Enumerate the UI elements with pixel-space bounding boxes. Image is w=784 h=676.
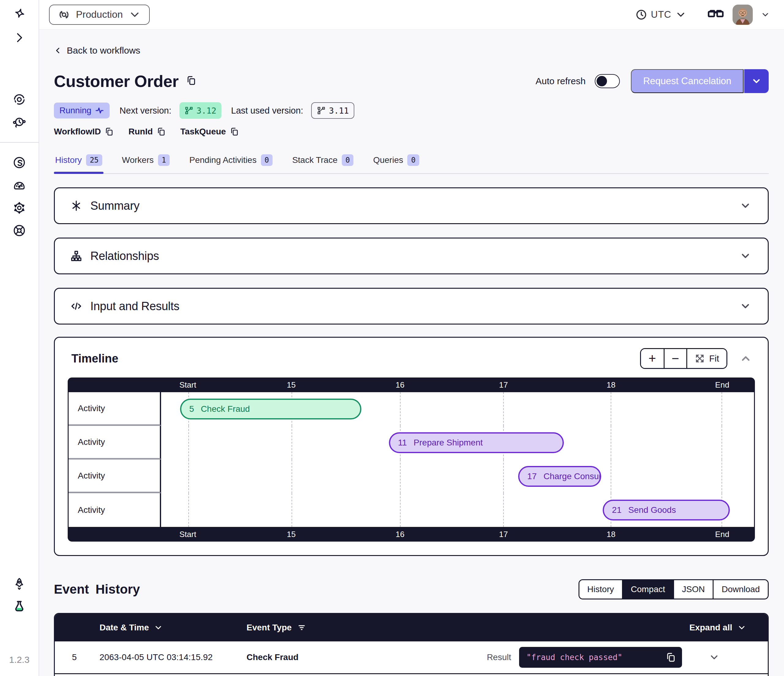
timeline-row-chart: 11 Prepare Shipment (161, 426, 754, 460)
schedules-icon[interactable] (0, 111, 39, 134)
git-branch-icon (184, 106, 194, 115)
tab-workers[interactable]: Workers 1 (121, 151, 171, 173)
timeline-gridline (722, 426, 722, 460)
account-menu-chevron-icon[interactable] (761, 10, 770, 19)
timeline-gridline (188, 460, 189, 493)
timeline-gantt: Start15161718End Activity 5 Check Fraud … (68, 378, 755, 542)
app-root: 1.2.3 Production UTC (0, 0, 784, 676)
avatar[interactable] (733, 5, 753, 25)
mode-json[interactable]: JSON (673, 580, 713, 598)
timeline-card: Timeline + − Fit (54, 337, 769, 556)
expand-event-icon[interactable] (709, 652, 720, 663)
rocket-icon[interactable] (0, 572, 39, 595)
meta-workflowid[interactable]: WorkflowID (54, 127, 114, 137)
tab-history[interactable]: History 25 (54, 151, 104, 173)
zoom-out-button[interactable]: − (664, 349, 686, 368)
meta-row: WorkflowID RunId TaskQueue (54, 127, 769, 137)
timeline-row: Activity 17 Charge Consumer (68, 460, 754, 493)
timeline-gridline (611, 392, 611, 426)
copy-title-icon[interactable] (186, 75, 196, 87)
request-cancelation-button[interactable]: Request Cancelation (631, 69, 744, 93)
timeline-row-chart: 21 Send Goods (161, 493, 754, 527)
timeline-bar-event-id: 21 (612, 505, 621, 515)
namespace-switcher[interactable]: Production (49, 5, 150, 25)
meta-taskqueue[interactable]: TaskQueue (180, 127, 239, 137)
timeline-bar-charge-consumer[interactable]: 17 Charge Consumer (518, 466, 601, 487)
chevron-down-icon (675, 9, 687, 20)
panel-input-results[interactable]: Input and Results (54, 288, 769, 325)
tab-stack-trace[interactable]: Stack Trace 0 (291, 151, 355, 173)
sidebar-expand-icon[interactable] (0, 26, 39, 49)
auto-refresh-label: Auto refresh (536, 76, 586, 86)
main-content: Back to workflows Customer Order Auto re… (39, 30, 784, 676)
timeline-bar-name: Charge Consumer (544, 471, 601, 481)
copy-icon[interactable] (104, 127, 114, 136)
panel-summary[interactable]: Summary (54, 187, 769, 224)
event-row[interactable]: 11 2063-04-05 UTC 03:15:55.01 Prepare Sh… (55, 673, 768, 676)
support-ring-icon[interactable] (0, 219, 39, 242)
usage-gauge-icon[interactable] (0, 174, 39, 197)
copy-icon[interactable] (666, 652, 676, 662)
glasses-icon[interactable] (707, 8, 725, 22)
workflows-icon[interactable] (0, 88, 39, 111)
chevron-left-icon (54, 47, 62, 54)
status-badge: Running (54, 103, 110, 118)
zoom-fit-button[interactable]: Fit (686, 349, 726, 368)
timeline-gridline (400, 392, 401, 426)
timeline-bar-name: Prepare Shipment (414, 438, 483, 448)
column-event-type[interactable]: Event Type (247, 623, 689, 632)
timeline-tick: End (715, 380, 729, 390)
copy-icon[interactable] (230, 127, 239, 136)
timeline-rows: Activity 5 Check Fraud Activity 11 Prepa… (68, 392, 755, 527)
tabs: History 25 Workers 1 Pending Activities … (54, 151, 769, 174)
tab-count-badge: 0 (407, 154, 419, 166)
timeline-bar-send-goods[interactable]: 21 Send Goods (603, 500, 730, 521)
timezone-label: UTC (651, 9, 671, 20)
panel-relationships[interactable]: Relationships (54, 238, 769, 274)
event-id: 5 (72, 653, 100, 662)
chevron-down-icon (751, 76, 762, 86)
sidebar-divider (0, 142, 39, 143)
expand-all-button[interactable]: Expand all (689, 623, 746, 632)
nexus-icon[interactable] (0, 151, 39, 174)
timeline-bar-event-id: 17 (527, 471, 537, 481)
back-to-workflows-link[interactable]: Back to workflows (54, 45, 140, 56)
tab-queries[interactable]: Queries 0 (372, 151, 420, 173)
cancelation-menu-button[interactable] (744, 69, 769, 93)
timeline-bar-prepare-shipment[interactable]: 11 Prepare Shipment (389, 432, 564, 453)
tab-count-badge: 0 (342, 154, 353, 166)
mode-compact[interactable]: Compact (622, 580, 673, 598)
timeline-bar-check-fraud[interactable]: 5 Check Fraud (180, 399, 361, 420)
tab-pending-activities[interactable]: Pending Activities 0 (188, 151, 274, 173)
timeline-bar-event-id: 11 (398, 438, 407, 448)
code-icon (70, 300, 82, 312)
auto-refresh-toggle[interactable] (595, 74, 620, 88)
collapse-timeline-icon[interactable] (740, 353, 752, 365)
chevron-down-icon (737, 623, 746, 632)
mode-download[interactable]: Download (712, 580, 768, 598)
timeline-gridline (292, 460, 292, 493)
timeline-gridline (188, 493, 189, 527)
event-type: Check Fraud (247, 653, 487, 662)
timeline-gridline (400, 460, 401, 493)
timeline-tick: 18 (607, 530, 616, 539)
zoom-in-button[interactable]: + (641, 349, 664, 368)
mode-history[interactable]: History (579, 580, 622, 598)
event-history-rows: 5 2063-04-05 UTC 03:14:15.92 Check Fraud… (55, 642, 768, 676)
meta-runid[interactable]: RunId (128, 127, 165, 137)
toggle-knob (597, 76, 607, 86)
tab-count-badge: 25 (86, 154, 102, 166)
timeline-row: Activity 21 Send Goods (68, 493, 754, 527)
settings-gear-icon[interactable] (0, 197, 39, 219)
column-date-time[interactable]: Date & Time (100, 623, 247, 632)
last-version-label: Last used version: (231, 106, 303, 116)
namespace-icon (58, 8, 70, 21)
timeline-gridline (503, 460, 504, 493)
event-row[interactable]: 5 2063-04-05 UTC 03:14:15.92 Check Fraud… (55, 642, 768, 673)
copy-icon[interactable] (157, 127, 166, 136)
flask-icon[interactable] (0, 595, 39, 618)
labs-star-icon[interactable] (0, 4, 39, 26)
timezone-selector[interactable]: UTC (635, 9, 687, 20)
timeline-row: Activity 11 Prepare Shipment (68, 426, 754, 460)
chevron-down-icon (740, 300, 751, 312)
